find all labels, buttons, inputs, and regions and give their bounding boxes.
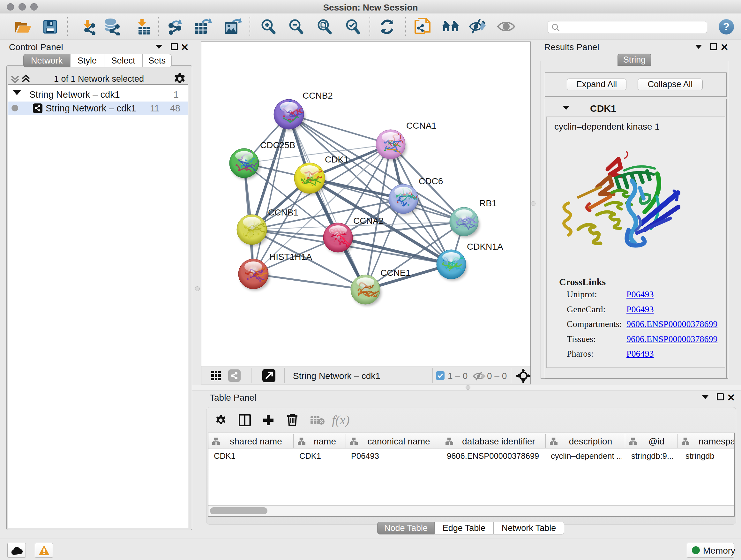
svg-text:HIST1H1A: HIST1H1A [269,252,312,262]
svg-text:CDK1: CDK1 [325,154,349,165]
svg-text:CDC6: CDC6 [419,176,443,186]
svg-text:CCNB2: CCNB2 [302,91,333,101]
svg-text:CCNB1: CCNB1 [268,207,298,217]
svg-text:CDKN1A: CDKN1A [467,242,503,252]
svg-text:CCNA2: CCNA2 [353,216,384,226]
svg-text:CCNE1: CCNE1 [381,268,411,278]
svg-text:RB1: RB1 [479,198,496,208]
svg-text:CDC25B: CDC25B [260,140,295,150]
svg-text:CCNA1: CCNA1 [406,121,436,131]
